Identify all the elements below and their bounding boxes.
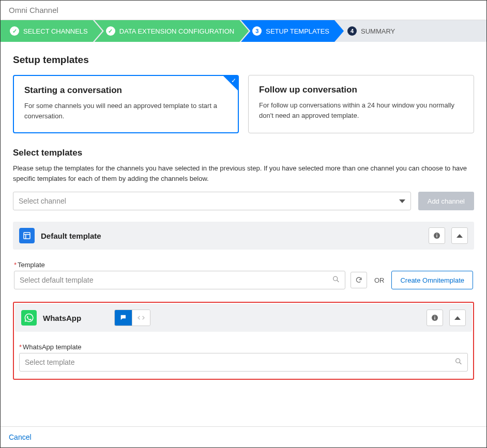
info-button[interactable] <box>427 310 443 326</box>
mode-code-button[interactable] <box>132 310 150 326</box>
svg-rect-0 <box>24 233 30 239</box>
or-text: OR <box>372 276 387 284</box>
chevron-up-icon <box>456 234 463 238</box>
field-label: *Template <box>14 261 473 269</box>
step-number-icon: 3 <box>252 26 262 36</box>
card-desc: For follow up conversations within a 24 … <box>259 100 463 120</box>
refresh-icon <box>355 276 362 284</box>
select-channel-dropdown[interactable]: Select channel <box>13 192 411 210</box>
card-title: Starting a conversation <box>24 85 227 96</box>
card-starting-conversation[interactable]: Starting a conversation For some channel… <box>13 75 239 133</box>
info-button[interactable] <box>429 227 445 244</box>
create-omnitemplate-button[interactable]: Create Omnitemplate <box>391 271 473 289</box>
conversation-type-cards: Starting a conversation For some channel… <box>13 75 474 133</box>
panel-body: *Template OR Create Omnitemplate <box>13 250 474 299</box>
refresh-button[interactable] <box>351 272 367 288</box>
svg-rect-11 <box>434 317 435 320</box>
step-label: DATA EXTENSION CONFIGURATION <box>119 27 234 35</box>
whatsapp-template-lookup[interactable] <box>19 353 468 372</box>
page-title: Setup templates <box>13 54 474 66</box>
template-icon <box>19 228 35 243</box>
step-label: SUMMARY <box>361 27 395 35</box>
step-data-extension[interactable]: DATA EXTENSION CONFIGURATION <box>95 20 249 42</box>
panel-header: WhatsApp <box>15 304 472 332</box>
stepper: SELECT CHANNELS DATA EXTENSION CONFIGURA… <box>1 20 486 42</box>
cancel-link[interactable]: Cancel <box>9 433 32 441</box>
code-icon <box>137 314 145 322</box>
content-area: Setup templates Starting a conversation … <box>1 42 486 426</box>
selected-check-icon <box>223 76 238 90</box>
info-icon <box>431 314 439 322</box>
default-template-input[interactable] <box>14 271 345 289</box>
default-template-panel: Default template *Template <box>13 222 474 299</box>
card-desc: For some channels you will need an appro… <box>24 101 227 121</box>
default-template-lookup[interactable] <box>14 271 345 289</box>
collapse-button[interactable] <box>449 310 466 326</box>
whatsapp-template-input[interactable] <box>19 353 468 372</box>
card-followup-conversation[interactable]: Follow up conversation For follow up con… <box>248 75 474 133</box>
check-icon <box>106 26 115 36</box>
svg-rect-5 <box>436 234 437 234</box>
svg-rect-4 <box>436 235 437 238</box>
select-templates-heading: Select templates <box>13 148 474 158</box>
step-number-icon: 4 <box>347 26 357 36</box>
svg-rect-9 <box>121 317 123 318</box>
whatsapp-icon <box>21 310 37 326</box>
step-select-channels[interactable]: SELECT CHANNELS <box>1 20 102 42</box>
dropdown-placeholder: Select channel <box>19 197 66 205</box>
step-label: SETUP TEMPLATES <box>266 27 329 35</box>
step-label: SELECT CHANNELS <box>23 27 88 35</box>
svg-rect-8 <box>121 316 124 317</box>
footer: Cancel <box>1 426 486 447</box>
svg-rect-12 <box>434 316 435 316</box>
chat-template-icon <box>119 314 128 322</box>
field-label: *WhatsApp template <box>19 343 468 351</box>
panel-header: Default template <box>13 222 474 250</box>
chevron-up-icon <box>454 316 461 320</box>
add-channel-button[interactable]: Add channel <box>418 192 474 210</box>
panel-body: *WhatsApp template <box>14 333 473 379</box>
chevron-down-icon <box>399 199 405 203</box>
mode-template-button[interactable] <box>115 310 132 326</box>
step-setup-templates[interactable]: 3 SETUP TEMPLATES <box>241 20 344 42</box>
select-templates-desc: Please setup the templates for the chann… <box>13 163 474 183</box>
collapse-button[interactable] <box>451 227 468 244</box>
info-icon <box>433 231 441 240</box>
panel-title: WhatsApp <box>43 314 81 322</box>
whatsapp-highlight: WhatsApp *WhatsApp template <box>13 302 474 380</box>
window-title: Omni Channel <box>1 1 486 20</box>
template-mode-toggle[interactable] <box>114 310 150 326</box>
add-channel-row: Select channel Add channel <box>13 192 474 210</box>
panel-title: Default template <box>41 231 101 240</box>
check-icon <box>10 26 19 36</box>
step-summary[interactable]: 4 SUMMARY <box>336 20 409 42</box>
card-title: Follow up conversation <box>259 85 463 95</box>
